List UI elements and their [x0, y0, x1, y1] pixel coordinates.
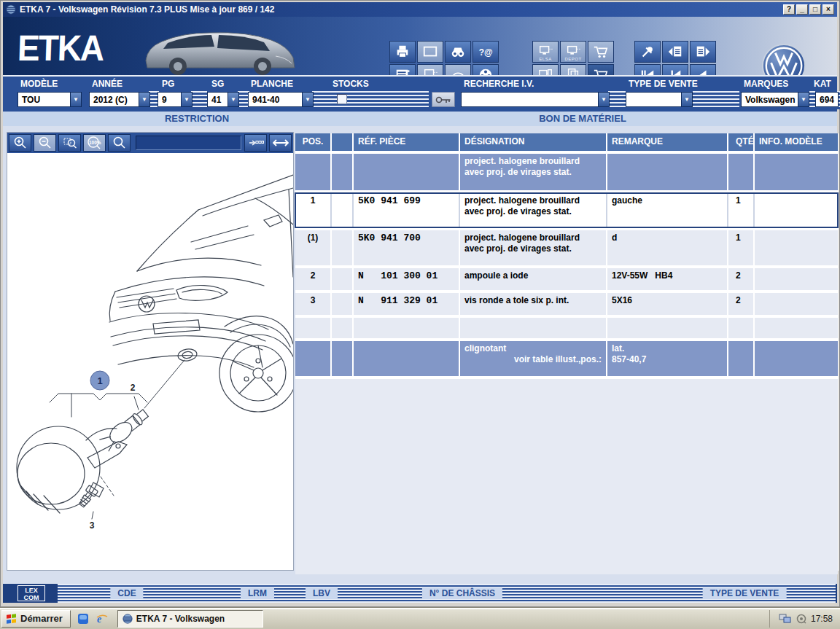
chevron-down-icon[interactable]: ▼: [228, 92, 239, 107]
pg-select[interactable]: 9▼: [158, 92, 192, 107]
pg-label: PG: [162, 79, 174, 89]
previous-plate-button[interactable]: [662, 41, 688, 63]
table-row[interactable]: 2 N 101 300 01 ampoule a iode 12V-55W HB…: [295, 268, 838, 290]
quick-launch-ie-icon[interactable]: e: [96, 612, 109, 625]
pin-button[interactable]: [634, 41, 661, 63]
pan-button[interactable]: [269, 134, 292, 152]
svg-text:100%: 100%: [89, 140, 101, 145]
kat-field[interactable]: 694: [815, 92, 839, 107]
table-row[interactable]: (1) 5K0 941 700 project. halogene brouil…: [295, 230, 838, 265]
next-plate-button[interactable]: [690, 41, 716, 63]
callout-2-label[interactable]: 2: [131, 383, 136, 393]
search-parts-button[interactable]: [445, 41, 471, 63]
chassis-field[interactable]: N° DE CHÂSSIS: [422, 587, 502, 599]
callout-3-label[interactable]: 3: [90, 520, 95, 531]
network-icon[interactable]: [779, 614, 792, 624]
stripe-divider: [809, 91, 815, 109]
question-at-icon: [477, 44, 494, 60]
toolbar-group-external: ELSA DEPOT: [532, 41, 614, 77]
cde-field[interactable]: CDE: [110, 587, 143, 599]
host-link-button[interactable]: [532, 64, 559, 77]
chevron-down-icon[interactable]: ▼: [681, 92, 693, 107]
back-button[interactable]: [662, 64, 688, 77]
chevron-down-icon[interactable]: ▼: [598, 92, 610, 107]
key-icon: [435, 95, 451, 104]
table-row-group[interactable]: project. halogene brouillard avec proj. …: [295, 154, 838, 190]
chevron-down-icon[interactable]: ▼: [139, 92, 150, 107]
reel-icon: [477, 67, 494, 77]
search-icon: [112, 136, 127, 150]
close-button[interactable]: ×: [822, 4, 834, 15]
cart-light-icon: [592, 44, 610, 60]
search-button[interactable]: [108, 134, 131, 152]
elsa-button[interactable]: ELSA: [532, 41, 559, 63]
etka-task-icon: [122, 614, 133, 624]
previous-button[interactable]: [690, 64, 716, 77]
start-button[interactable]: Démarrer: [1, 610, 71, 628]
key-button[interactable]: [432, 92, 455, 107]
cart-transfer-button[interactable]: [588, 41, 614, 63]
zoom-in-button[interactable]: [9, 134, 31, 152]
zoom-area-button[interactable]: [58, 134, 81, 152]
doc-prev-icon: [666, 44, 684, 60]
binoculars-icon: [449, 44, 467, 60]
chevron-down-icon[interactable]: ▼: [302, 92, 314, 107]
chevron-down-icon[interactable]: ▼: [798, 92, 809, 107]
zoom-100-icon: 100%: [85, 136, 104, 150]
frame-view-button[interactable]: [417, 41, 443, 63]
stripe-divider: [608, 91, 626, 109]
shopping-cart-button[interactable]: [588, 64, 614, 77]
type-vente-select[interactable]: ▼: [626, 92, 693, 107]
stocks-checkbox[interactable]: [337, 94, 347, 104]
filter-bar: MODÈLE TOU▼ ANNÉE 2012 (C)▼ PG 9▼ SG 41▼…: [3, 77, 837, 112]
print-button[interactable]: [389, 41, 416, 63]
nav-prev-icon: [694, 67, 712, 77]
help-search-button[interactable]: [472, 41, 499, 63]
modele-select[interactable]: TOU▼: [18, 92, 82, 107]
annee-select[interactable]: 2012 (C)▼: [89, 92, 150, 107]
vw-logo: [761, 43, 806, 77]
annee-label: ANNÉE: [92, 79, 122, 89]
zoom-in-icon: [13, 136, 28, 150]
marques-select[interactable]: Volkswagen▼: [741, 92, 809, 107]
planche-label: PLANCHE: [251, 79, 293, 89]
volume-icon[interactable]: [796, 614, 806, 624]
server-icon: [537, 67, 554, 77]
parts-table: POS. RÉF. PIÈCE DÉSIGNATION REMARQUE QTÉ…: [295, 133, 839, 571]
nav-first-icon: [639, 67, 656, 77]
send-to-list-button[interactable]: [244, 134, 267, 152]
table-row-selected[interactable]: 1 5K0 941 699 project. halogene brouilla…: [295, 193, 838, 227]
film-button[interactable]: [472, 64, 499, 77]
zoom-100-button[interactable]: 100%: [83, 134, 106, 152]
chevron-down-icon[interactable]: ▼: [181, 92, 192, 107]
planche-select[interactable]: 941-40▼: [248, 92, 314, 107]
depot-button[interactable]: DEPOT: [560, 41, 586, 63]
chevron-down-icon[interactable]: ▼: [70, 92, 82, 107]
zoom-out-button[interactable]: [34, 134, 56, 152]
minimize-button[interactable]: _: [796, 4, 808, 15]
recherche-select[interactable]: ▼: [461, 92, 610, 107]
parts-list-button[interactable]: [389, 64, 416, 77]
table-row-empty[interactable]: [295, 318, 838, 338]
type-vente-field[interactable]: TYPE DE VENTE: [703, 587, 787, 599]
horizontal-arrows-icon: [273, 136, 289, 149]
taskbar-task-etka[interactable]: ETKA 7 - Volkswagen: [117, 610, 263, 628]
technical-drawing[interactable]: 1 2 3: [7, 153, 293, 571]
help-button[interactable]: ?: [783, 4, 795, 15]
first-button[interactable]: [634, 64, 661, 77]
cart-dark-icon: [592, 67, 610, 77]
nora-button[interactable]: NORA: [417, 64, 443, 77]
lrm-field[interactable]: LRM: [241, 587, 274, 599]
maximize-button[interactable]: □: [809, 4, 821, 15]
vehicle-info-button[interactable]: [445, 64, 471, 77]
callout-1-label: 1: [97, 375, 102, 386]
table-empty-area: [295, 379, 838, 574]
table-row-group[interactable]: clignotantvoir table illust.,pos.: lat.8…: [295, 341, 838, 376]
lbv-field[interactable]: LBV: [306, 587, 338, 599]
documents-button[interactable]: [560, 64, 586, 77]
app-icon: [6, 4, 16, 15]
sg-select[interactable]: 41▼: [207, 92, 239, 107]
table-row[interactable]: 3 N 911 329 01 vis ronde a tole six p. i…: [295, 293, 838, 315]
quick-launch-update-icon[interactable]: [77, 612, 90, 625]
stocks-label: STOCKS: [332, 79, 369, 89]
